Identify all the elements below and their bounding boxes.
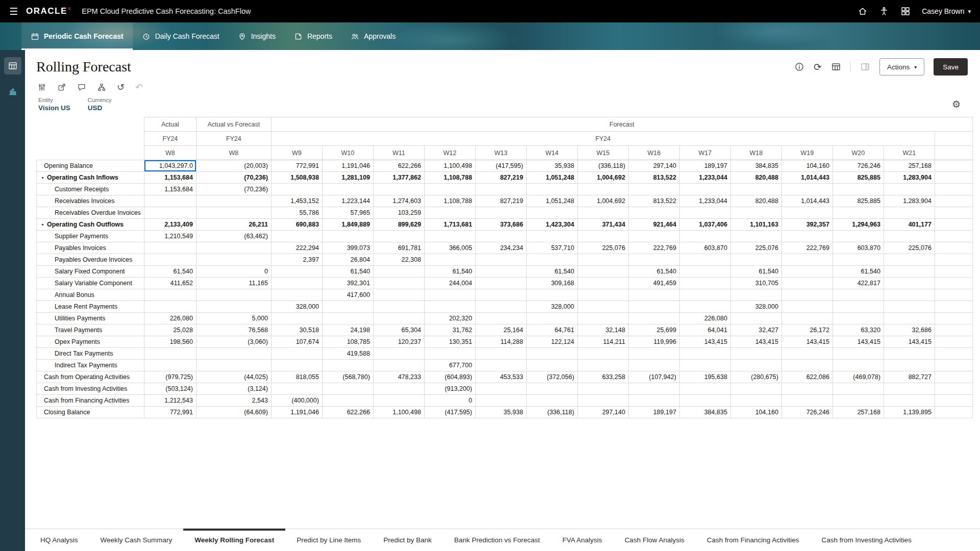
grid-cell[interactable] [475, 360, 526, 371]
grid-cell[interactable] [475, 207, 526, 219]
grid-cell[interactable]: 384,835 [679, 407, 730, 418]
grid-cell[interactable]: 419,588 [322, 348, 373, 360]
grid-cell[interactable]: 328,000 [526, 301, 577, 313]
grid-cell[interactable]: 1,191,046 [271, 407, 322, 418]
grid-cell[interactable]: 1,377,862 [373, 172, 424, 184]
grid-cell[interactable]: 30,518 [271, 324, 322, 336]
grid-cell[interactable]: 371,434 [577, 219, 628, 231]
row-header[interactable]: Closing Balance [37, 407, 144, 418]
grid-cell[interactable]: 120,237 [373, 336, 424, 348]
forms-rail-button[interactable] [4, 57, 21, 74]
grid-cell[interactable] [475, 184, 526, 195]
grid-cell[interactable]: 257,168 [832, 407, 884, 418]
grid-cell[interactable]: 772,991 [271, 160, 322, 172]
grid-settings-icon[interactable] [831, 62, 841, 72]
grid-cell[interactable]: 143,415 [781, 336, 832, 348]
grid-cell[interactable] [679, 278, 730, 289]
row-header[interactable]: Cash from Operating Activities [37, 371, 144, 383]
grid-cell[interactable]: 309,168 [526, 278, 577, 289]
tab-daily-cash-forecast[interactable]: Daily Cash Forecast [133, 22, 229, 50]
grid-cell[interactable]: 198,560 [144, 336, 196, 348]
grid-cell[interactable]: 76,568 [196, 324, 271, 336]
grid-cell[interactable]: 61,540 [526, 266, 577, 278]
grid-cell[interactable]: 107,674 [271, 336, 322, 348]
week-column-header[interactable]: W8 [144, 146, 196, 160]
grid-cell[interactable] [832, 254, 884, 266]
grid-cell[interactable] [935, 160, 972, 172]
grid-cell[interactable] [730, 383, 781, 395]
grid-cell[interactable]: (400,000) [271, 395, 322, 407]
grid-cell[interactable]: 226,080 [144, 313, 196, 324]
grid-cell[interactable] [526, 360, 577, 371]
grid-cell[interactable] [577, 313, 628, 324]
grid-cell[interactable] [424, 231, 475, 242]
export-icon[interactable] [57, 83, 66, 92]
hamburger-menu-icon[interactable]: ☰ [9, 7, 18, 16]
grid-cell[interactable] [475, 278, 526, 289]
grid-cell[interactable] [373, 348, 424, 360]
sheet-tab-hq-analysis[interactable]: HQ Analysis [29, 529, 89, 551]
grid-cell[interactable] [526, 395, 577, 407]
grid-cell[interactable]: 820,488 [730, 172, 781, 184]
grid-cell[interactable]: 11,165 [196, 278, 271, 289]
grid-cell[interactable]: 491,459 [628, 278, 679, 289]
grid-cell[interactable]: 820,488 [730, 195, 781, 207]
grid-cell[interactable] [781, 207, 832, 219]
grid-cell[interactable]: 690,883 [271, 219, 322, 231]
grid-cell[interactable]: 1,849,889 [322, 219, 373, 231]
grid-cell[interactable] [884, 289, 935, 301]
grid-cell[interactable]: 65,304 [373, 324, 424, 336]
grid-cell[interactable] [781, 254, 832, 266]
grid-cell[interactable]: 32,148 [577, 324, 628, 336]
actions-button[interactable]: Actions ▾ [879, 58, 924, 76]
grid-cell[interactable]: 417,600 [322, 289, 373, 301]
grid-cell[interactable] [144, 242, 196, 254]
grid-cell[interactable]: 622,266 [373, 160, 424, 172]
info-icon[interactable] [794, 62, 804, 72]
grid-cell[interactable] [730, 313, 781, 324]
grid-cell[interactable]: 1,108,788 [424, 195, 475, 207]
grid-cell[interactable]: (107,942) [628, 371, 679, 383]
collapse-icon[interactable]: ▼ [41, 176, 47, 180]
grid-cell[interactable] [144, 348, 196, 360]
sheet-tab-weekly-rolling-forecast[interactable]: Weekly Rolling Forecast [183, 529, 285, 551]
grid-cell[interactable]: 32,686 [884, 324, 935, 336]
grid-cell[interactable] [935, 207, 972, 219]
grid-cell[interactable] [832, 360, 884, 371]
grid-cell[interactable]: (336,118) [526, 407, 577, 418]
user-menu[interactable]: Casey Brown ▾ [922, 7, 971, 15]
save-button[interactable]: Save [934, 58, 968, 76]
grid-cell[interactable]: 22,308 [373, 254, 424, 266]
grid-cell[interactable] [577, 348, 628, 360]
grid-cell[interactable] [373, 231, 424, 242]
sheet-tab-bank-prediction-vs-forecast[interactable]: Bank Prediction vs Forecast [443, 529, 551, 551]
grid-cell[interactable] [628, 313, 679, 324]
grid-cell[interactable] [271, 278, 322, 289]
grid-cell[interactable]: 328,000 [271, 301, 322, 313]
analytics-rail-button[interactable] [4, 83, 21, 100]
grid-cell[interactable] [475, 395, 526, 407]
grid-cell[interactable]: 1,423,304 [526, 219, 577, 231]
grid-cell[interactable]: 61,540 [730, 266, 781, 278]
row-header[interactable]: Direct Tax Payments [37, 348, 144, 360]
grid-cell[interactable] [730, 184, 781, 195]
grid-cell[interactable]: 422,817 [832, 278, 884, 289]
grid-cell[interactable]: 2,397 [271, 254, 322, 266]
grid-cell[interactable] [526, 184, 577, 195]
grid-cell[interactable]: 297,140 [628, 160, 679, 172]
grid-cell[interactable]: 55,786 [271, 207, 322, 219]
grid-cell[interactable] [628, 289, 679, 301]
grid-cell[interactable]: 310,705 [730, 278, 781, 289]
grid-cell[interactable] [144, 301, 196, 313]
grid-cell[interactable] [577, 301, 628, 313]
grid-cell[interactable] [577, 231, 628, 242]
grid-cell[interactable]: 61,540 [628, 266, 679, 278]
grid-cell[interactable] [373, 289, 424, 301]
grid-cell[interactable]: 119,996 [628, 336, 679, 348]
grid-cell[interactable] [679, 301, 730, 313]
grid-cell[interactable]: 1,043,297.0 [144, 160, 196, 172]
grid-cell[interactable] [271, 383, 322, 395]
grid-cell[interactable]: 104,160 [730, 407, 781, 418]
grid-cell[interactable]: 1,294,963 [832, 219, 884, 231]
grid-cell[interactable]: 195,638 [679, 371, 730, 383]
